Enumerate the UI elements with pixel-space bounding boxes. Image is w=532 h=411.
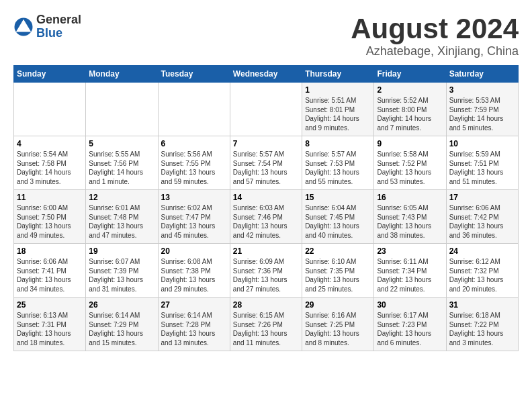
calendar-cell: 28Sunrise: 6:15 AM Sunset: 7:26 PM Dayli… — [230, 298, 302, 351]
day-info: Sunrise: 6:07 AM Sunset: 7:39 PM Dayligh… — [89, 257, 154, 293]
day-info: Sunrise: 6:09 AM Sunset: 7:36 PM Dayligh… — [233, 257, 299, 293]
day-info: Sunrise: 5:53 AM Sunset: 7:59 PM Dayligh… — [449, 96, 515, 132]
day-info: Sunrise: 5:57 AM Sunset: 7:54 PM Dayligh… — [233, 150, 299, 186]
day-number: 6 — [161, 139, 227, 148]
calendar-cell: 2Sunrise: 5:52 AM Sunset: 8:00 PM Daylig… — [374, 83, 446, 136]
weekday-header: Saturday — [446, 66, 518, 83]
day-number: 10 — [449, 139, 515, 148]
day-info: Sunrise: 5:51 AM Sunset: 8:01 PM Dayligh… — [305, 96, 371, 132]
weekday-header: Wednesday — [230, 66, 302, 83]
day-info: Sunrise: 5:57 AM Sunset: 7:53 PM Dayligh… — [305, 150, 371, 186]
logo-icon — [13, 17, 34, 37]
calendar-cell: 12Sunrise: 6:01 AM Sunset: 7:48 PM Dayli… — [86, 190, 158, 244]
day-info: Sunrise: 6:03 AM Sunset: 7:46 PM Dayligh… — [233, 203, 299, 240]
calendar-cell: 10Sunrise: 5:59 AM Sunset: 7:51 PM Dayli… — [446, 136, 518, 190]
calendar-cell: 16Sunrise: 6:05 AM Sunset: 7:43 PM Dayli… — [374, 190, 446, 244]
day-number: 30 — [377, 300, 443, 310]
day-number: 11 — [17, 193, 83, 202]
calendar-cell: 17Sunrise: 6:06 AM Sunset: 7:42 PM Dayli… — [446, 190, 518, 244]
day-number: 23 — [377, 246, 443, 256]
day-number: 26 — [89, 300, 154, 310]
day-info: Sunrise: 6:01 AM Sunset: 7:48 PM Dayligh… — [89, 203, 154, 240]
calendar-cell: 18Sunrise: 6:06 AM Sunset: 7:41 PM Dayli… — [14, 244, 86, 298]
calendar-cell: 8Sunrise: 5:57 AM Sunset: 7:53 PM Daylig… — [302, 136, 374, 190]
calendar-cell: 23Sunrise: 6:11 AM Sunset: 7:34 PM Dayli… — [374, 244, 446, 298]
day-number: 2 — [377, 85, 443, 95]
day-info: Sunrise: 6:11 AM Sunset: 7:34 PM Dayligh… — [377, 257, 443, 293]
day-info: Sunrise: 6:06 AM Sunset: 7:41 PM Dayligh… — [17, 257, 83, 293]
day-number: 4 — [17, 139, 83, 148]
calendar-week-row: 1Sunrise: 5:51 AM Sunset: 8:01 PM Daylig… — [14, 83, 519, 136]
calendar-cell: 13Sunrise: 6:02 AM Sunset: 7:47 PM Dayli… — [158, 190, 230, 244]
day-number: 17 — [449, 193, 515, 202]
day-number: 21 — [233, 246, 299, 256]
calendar-cell: 19Sunrise: 6:07 AM Sunset: 7:39 PM Dayli… — [86, 244, 158, 298]
calendar-week-row: 11Sunrise: 6:00 AM Sunset: 7:50 PM Dayli… — [14, 190, 519, 244]
calendar-cell: 6Sunrise: 5:56 AM Sunset: 7:55 PM Daylig… — [158, 136, 230, 190]
day-info: Sunrise: 6:17 AM Sunset: 7:23 PM Dayligh… — [377, 311, 443, 347]
calendar-cell — [230, 83, 302, 136]
calendar-cell: 31Sunrise: 6:18 AM Sunset: 7:22 PM Dayli… — [446, 298, 518, 351]
logo: General Blue — [13, 13, 81, 40]
day-number: 3 — [449, 85, 515, 95]
calendar-cell: 4Sunrise: 5:54 AM Sunset: 7:58 PM Daylig… — [14, 136, 86, 190]
day-info: Sunrise: 6:14 AM Sunset: 7:28 PM Dayligh… — [161, 311, 227, 347]
calendar-cell: 20Sunrise: 6:08 AM Sunset: 7:38 PM Dayli… — [158, 244, 230, 298]
day-info: Sunrise: 6:18 AM Sunset: 7:22 PM Dayligh… — [449, 311, 515, 347]
calendar-cell — [158, 83, 230, 136]
calendar-week-row: 25Sunrise: 6:13 AM Sunset: 7:31 PM Dayli… — [14, 298, 519, 351]
day-info: Sunrise: 6:13 AM Sunset: 7:31 PM Dayligh… — [17, 311, 83, 347]
weekday-header: Thursday — [302, 66, 374, 83]
calendar-cell: 21Sunrise: 6:09 AM Sunset: 7:36 PM Dayli… — [230, 244, 302, 298]
day-number: 29 — [305, 300, 371, 310]
calendar-cell: 29Sunrise: 6:16 AM Sunset: 7:25 PM Dayli… — [302, 298, 374, 351]
day-number: 12 — [89, 193, 154, 202]
weekday-header: Friday — [374, 66, 446, 83]
day-number: 22 — [305, 246, 371, 256]
day-number: 16 — [377, 193, 443, 202]
calendar-cell: 26Sunrise: 6:14 AM Sunset: 7:29 PM Dayli… — [86, 298, 158, 351]
calendar-week-row: 4Sunrise: 5:54 AM Sunset: 7:58 PM Daylig… — [14, 136, 519, 190]
day-info: Sunrise: 6:05 AM Sunset: 7:43 PM Dayligh… — [377, 203, 443, 240]
calendar-cell: 27Sunrise: 6:14 AM Sunset: 7:28 PM Dayli… — [158, 298, 230, 351]
day-number: 5 — [89, 139, 154, 148]
logo-blue: Blue — [36, 27, 81, 40]
weekday-header: Monday — [86, 66, 158, 83]
day-info: Sunrise: 5:56 AM Sunset: 7:55 PM Dayligh… — [161, 150, 227, 186]
calendar-cell: 25Sunrise: 6:13 AM Sunset: 7:31 PM Dayli… — [14, 298, 86, 351]
day-info: Sunrise: 6:06 AM Sunset: 7:42 PM Dayligh… — [449, 203, 515, 240]
day-info: Sunrise: 5:52 AM Sunset: 8:00 PM Dayligh… — [377, 96, 443, 132]
day-info: Sunrise: 6:15 AM Sunset: 7:26 PM Dayligh… — [233, 311, 299, 347]
day-number: 25 — [17, 300, 83, 310]
day-number: 19 — [89, 246, 154, 256]
day-number: 1 — [305, 85, 371, 95]
day-number: 27 — [161, 300, 227, 310]
day-number: 15 — [305, 193, 371, 202]
calendar-table: SundayMondayTuesdayWednesdayThursdayFrid… — [13, 65, 519, 351]
day-number: 9 — [377, 139, 443, 148]
title-block: August 2024 Azhatebage, Xinjiang, China — [351, 13, 519, 58]
calendar-cell: 11Sunrise: 6:00 AM Sunset: 7:50 PM Dayli… — [14, 190, 86, 244]
day-info: Sunrise: 6:04 AM Sunset: 7:45 PM Dayligh… — [305, 203, 371, 240]
day-number: 31 — [449, 300, 515, 310]
logo-general: General — [36, 13, 81, 27]
calendar-cell: 9Sunrise: 5:58 AM Sunset: 7:52 PM Daylig… — [374, 136, 446, 190]
day-info: Sunrise: 5:59 AM Sunset: 7:51 PM Dayligh… — [449, 150, 515, 186]
logo-text: General Blue — [36, 13, 81, 40]
day-info: Sunrise: 6:16 AM Sunset: 7:25 PM Dayligh… — [305, 311, 371, 347]
calendar-cell: 30Sunrise: 6:17 AM Sunset: 7:23 PM Dayli… — [374, 298, 446, 351]
calendar-cell: 15Sunrise: 6:04 AM Sunset: 7:45 PM Dayli… — [302, 190, 374, 244]
day-info: Sunrise: 6:10 AM Sunset: 7:35 PM Dayligh… — [305, 257, 371, 293]
day-info: Sunrise: 6:00 AM Sunset: 7:50 PM Dayligh… — [17, 203, 83, 240]
location-subtitle: Azhatebage, Xinjiang, China — [351, 44, 519, 58]
day-info: Sunrise: 5:58 AM Sunset: 7:52 PM Dayligh… — [377, 150, 443, 186]
day-number: 7 — [233, 139, 299, 148]
day-info: Sunrise: 6:14 AM Sunset: 7:29 PM Dayligh… — [89, 311, 154, 347]
calendar-cell: 3Sunrise: 5:53 AM Sunset: 7:59 PM Daylig… — [446, 83, 518, 136]
day-info: Sunrise: 5:55 AM Sunset: 7:56 PM Dayligh… — [89, 150, 154, 186]
calendar-cell — [14, 83, 86, 136]
calendar-cell: 24Sunrise: 6:12 AM Sunset: 7:32 PM Dayli… — [446, 244, 518, 298]
day-info: Sunrise: 6:12 AM Sunset: 7:32 PM Dayligh… — [449, 257, 515, 293]
weekday-header-row: SundayMondayTuesdayWednesdayThursdayFrid… — [14, 66, 519, 83]
day-number: 24 — [449, 246, 515, 256]
